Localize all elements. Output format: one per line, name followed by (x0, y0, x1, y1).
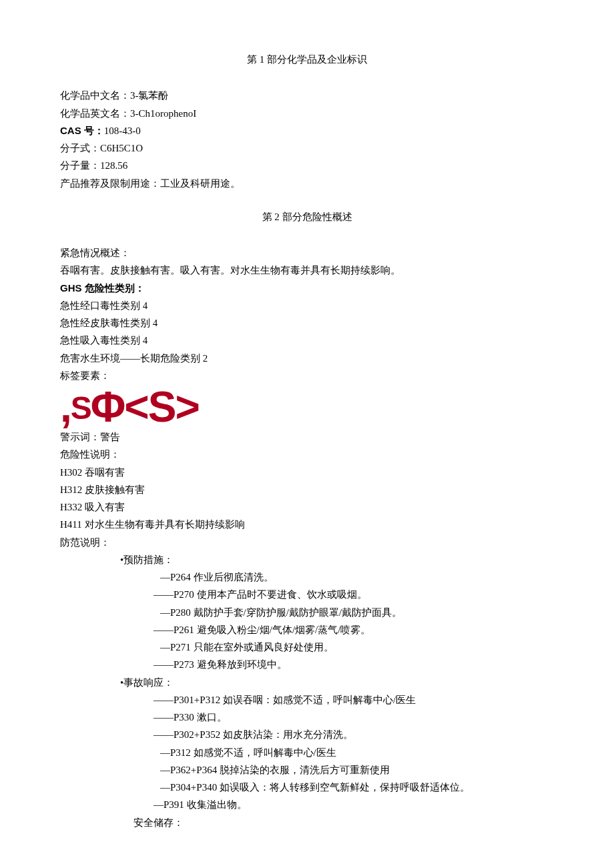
hazard-label: 危险性说明： (60, 446, 554, 463)
p270: ——P270 使用本产品时不要进食、饮水或吸烟。 (60, 586, 554, 603)
use-value: 工业及科研用途。 (160, 178, 240, 189)
cas-value: 108-43-0 (104, 125, 141, 136)
emergency-label: 紧急情况概述： (60, 244, 554, 262)
p302: ——P302+P352 如皮肤沾染：用水充分清洗。 (60, 726, 554, 743)
p271: —P271 只能在室外或通风良好处使用。 (60, 638, 554, 656)
name-zh-label: 化学品中文名： (60, 90, 130, 101)
p280: —P280 戴防护手套/穿防护服/戴防护眼罩/戴防护面具。 (60, 604, 554, 621)
h302: H302 吞咽有害 (60, 464, 554, 481)
p273: ——P273 避免释放到环境中。 (60, 656, 554, 673)
ghs-1: 急性经口毒性类别 4 (60, 297, 554, 314)
emergency-text: 吞咽有害。皮肤接触有害。吸入有害。对水生生物有毒并具有长期持续影响。 (60, 262, 554, 279)
ghs-pictogram: ,SΦ<S> (60, 386, 554, 428)
formula-value: C6H5C1O (100, 143, 143, 153)
p362: —P362+P364 脱掉沾染的衣服，清洗后方可重新使用 (60, 761, 554, 779)
ghs-4: 危害水生环境——长期危险类别 2 (60, 350, 554, 367)
ghs-label: GHS 危险性类别： (60, 280, 554, 297)
mw-label: 分子量： (60, 160, 100, 171)
p330: ——P330 漱口。 (60, 709, 554, 726)
signal-word: 警告 (100, 432, 120, 442)
label-elements: 标签要素： (60, 367, 554, 384)
p264: —P264 作业后彻底清洗。 (60, 568, 554, 586)
storage-label: 安全储存： (60, 814, 554, 831)
section2-body: 紧急情况概述： 吞咽有害。皮肤接触有害。吸入有害。对水生生物有毒并具有长期持续影… (60, 244, 554, 831)
response-label: •事故响应： (60, 674, 554, 691)
h312: H312 皮肤接触有害 (60, 481, 554, 498)
section1-title: 第 1 部分化学品及企业标识 (60, 51, 554, 68)
ghs-2: 急性经皮肤毒性类别 4 (60, 314, 554, 332)
mw-value: 128.56 (100, 160, 127, 171)
h332: H332 吸入有害 (60, 498, 554, 516)
p304: —P304+P340 如误吸入：将人转移到空气新鲜处，保持呼吸舒适体位。 (60, 779, 554, 796)
p312: —P312 如感觉不适，呼叫解毒中心/医生 (60, 744, 554, 761)
cas-label: CAS 号： (60, 125, 104, 136)
name-en: 3-Ch1orophenoI (130, 108, 196, 119)
p391: —P391 收集溢出物。 (60, 796, 554, 813)
ghs-3: 急性吸入毒性类别 4 (60, 332, 554, 349)
name-en-label: 化学品英文名： (60, 108, 130, 119)
section2-title: 第 2 部分危险性概述 (60, 208, 554, 226)
h411: H411 对水生生物有毒并具有长期持续影响 (60, 516, 554, 533)
prevention-label: •预防措施： (60, 551, 554, 568)
signal-label: 警示词： (60, 432, 100, 442)
name-zh: 3-氯苯酚 (130, 90, 169, 101)
section1-body: 化学品中文名：3-氯苯酚 化学品英文名：3-Ch1orophenoI CAS 号… (60, 87, 554, 192)
formula-label: 分子式： (60, 143, 100, 153)
p261: ——P261 避免吸入粉尘/烟/气体/烟雾/蒸气/喷雾。 (60, 621, 554, 638)
p301: ——P301+P312 如误吞咽：如感觉不适，呼叫解毒中心/医生 (60, 691, 554, 709)
prec-label: 防范说明： (60, 534, 554, 551)
use-label: 产品推荐及限制用途： (60, 178, 160, 189)
